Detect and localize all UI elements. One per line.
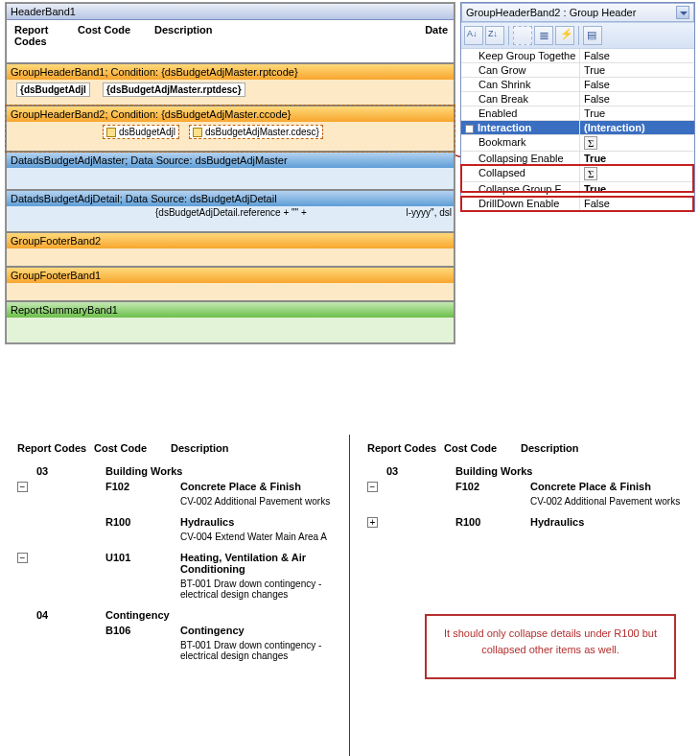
band-title: GroupHeaderBand1; Condition: {dsBudgetAd…: [7, 64, 454, 80]
expression-field[interactable]: dsBudgetAdjMaster.cdesc}: [189, 125, 323, 139]
group-row: 03Building Works: [17, 465, 332, 477]
prop-row: Keep Group TogetheFalse: [461, 49, 694, 63]
callout-text: It should only collapse details under R1…: [444, 627, 657, 655]
collapse-icon[interactable]: −: [367, 482, 378, 492]
band-title: ReportSummaryBand1: [7, 302, 454, 318]
data-row: B106Contingency: [17, 625, 332, 636]
band-groupfooter1[interactable]: GroupFooterBand1: [6, 267, 455, 301]
data-row: −F102Concrete Place & Finish: [17, 481, 332, 492]
col-description: Description: [171, 442, 229, 454]
prop-row-collapsed: CollapsedΣ: [461, 166, 694, 182]
sort-alpha-button[interactable]: [485, 26, 504, 45]
band-groupheader2[interactable]: GroupHeaderBand2; Condition: {dsBudgetAd…: [6, 106, 455, 152]
band-title: GroupHeaderBand2; Condition: {dsBudgetAd…: [7, 106, 454, 122]
chevron-down-icon[interactable]: [676, 6, 689, 19]
localize-button[interactable]: [513, 26, 532, 45]
group-row: 04Contingency: [17, 609, 332, 621]
detail-text: CV-002 Additional Pavement works: [180, 496, 332, 507]
property-toolbar: [461, 22, 694, 49]
prop-row-interaction[interactable]: −Interaction(Interaction): [461, 121, 694, 135]
detail-text: BT-001 Draw down contingency - electrica…: [180, 579, 332, 600]
group-row: 03Building Works: [367, 465, 683, 477]
field-icon: [193, 128, 202, 137]
prop-row-collapsing-enabled: Collapsing EnableTrue: [461, 152, 694, 166]
expression-field[interactable]: {dsBudgetAdjMaster.rptdesc}: [103, 83, 245, 97]
expand-icon[interactable]: +: [367, 517, 378, 528]
col-report-codes: Report Codes: [11, 24, 74, 47]
col-date: Date: [425, 24, 448, 35]
prop-row: EnabledTrue: [461, 106, 694, 121]
col-cost-code: Cost Code: [94, 442, 171, 454]
sigma-icon: Σ: [584, 136, 597, 150]
band-data-master[interactable]: DatadsBudgetAdjMaster; Data Source: dsBu…: [6, 152, 455, 190]
band-title: GroupFooterBand1: [7, 268, 454, 283]
preview-right: Report Codes Cost Code Description 03Bui…: [350, 435, 700, 756]
property-grid[interactable]: Keep Group TogetheFalse Can GrowTrue Can…: [461, 49, 694, 211]
sort-categorized-button[interactable]: [464, 26, 483, 45]
col-report-codes: Report Codes: [367, 442, 444, 454]
property-panel: GroupHeaderBand2 : Group Header Keep Gro…: [460, 2, 695, 212]
sigma-icon: Σ: [584, 167, 597, 180]
col-description: Description: [151, 24, 217, 47]
preview-left: Report Codes Cost Code Description 03Bui…: [0, 435, 350, 756]
collapse-icon[interactable]: −: [465, 125, 474, 133]
expression-field[interactable]: dsBudgetAdjl: [103, 125, 179, 139]
col-report-codes: Report Codes: [17, 442, 94, 454]
prop-row-bookmark: BookmarkΣ: [461, 135, 694, 152]
col-description: Description: [521, 442, 579, 454]
field-icon: [106, 128, 116, 137]
expression-field[interactable]: {dsBudgetAdjl: [16, 83, 90, 97]
band-title: DatadsBudgetAdjMaster; Data Source: dsBu…: [7, 153, 454, 168]
detail-text: BT-001 Draw down contingency - electrica…: [180, 640, 332, 661]
col-cost-code: Cost Code: [444, 442, 521, 454]
detail-text: CV-004 Extend Water Main Area A: [180, 532, 332, 542]
prop-row-drilldown: DrillDown EnableFalse: [461, 197, 694, 211]
band-data-detail[interactable]: DatadsBudgetAdjDetail; Data Source: dsBu…: [6, 190, 455, 232]
pages-button[interactable]: [583, 26, 602, 45]
collapse-icon[interactable]: −: [17, 482, 28, 492]
annotation-callout: It should only collapse details under R1…: [425, 614, 676, 679]
prop-row: Can BreakFalse: [461, 92, 694, 106]
band-title: GroupFooterBand2: [7, 233, 454, 248]
events-button[interactable]: [555, 26, 574, 45]
prop-row: Can ShrinkFalse: [461, 78, 694, 92]
data-row: R100Hydraulics: [17, 516, 332, 528]
data-row: −F102Concrete Place & Finish: [367, 481, 683, 492]
prop-row: Can GrowTrue: [461, 63, 694, 78]
list-button[interactable]: [534, 26, 553, 45]
collapse-icon[interactable]: −: [17, 553, 28, 563]
combo-value: GroupHeaderBand2 : Group Header: [466, 7, 676, 18]
band-report-summary[interactable]: ReportSummaryBand1: [6, 301, 455, 343]
band-title: HeaderBand1: [7, 4, 454, 20]
preview-area: Report Codes Cost Code Description 03Bui…: [0, 435, 700, 756]
detail-text: CV-002 Additional Pavement works: [530, 496, 683, 507]
data-row: −U101Heating, Ventilation & Air Conditio…: [17, 552, 332, 575]
band-groupfooter2[interactable]: GroupFooterBand2: [6, 232, 455, 267]
band-title: DatadsBudgetAdjDetail; Data Source: dsBu…: [7, 191, 454, 206]
object-selector-combo[interactable]: GroupHeaderBand2 : Group Header: [461, 3, 694, 22]
expression-field[interactable]: {dsBudgetAdjDetail.reference + "" +: [155, 207, 307, 218]
band-header[interactable]: HeaderBand1 Report Codes Cost Code Descr…: [6, 3, 455, 63]
data-row: +R100Hydraulics: [367, 516, 683, 528]
col-cost-code: Cost Code: [74, 24, 151, 47]
prop-row-collapse-group-footer: Collapse Group FTrue: [461, 182, 694, 197]
expression-field[interactable]: l-yyyy", dsl: [407, 207, 452, 218]
report-designer[interactable]: HeaderBand1 Report Codes Cost Code Descr…: [5, 2, 455, 344]
band-groupheader1[interactable]: GroupHeaderBand1; Condition: {dsBudgetAd…: [6, 63, 455, 106]
